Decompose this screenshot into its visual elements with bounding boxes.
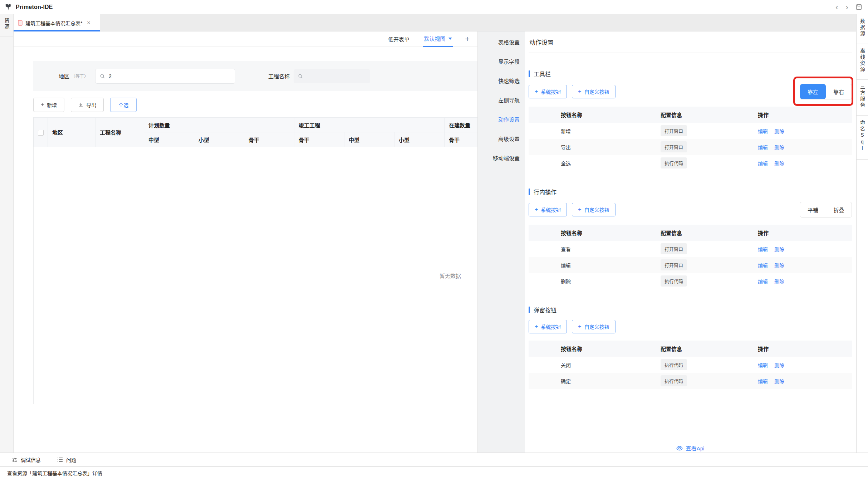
filter-region: 地区 〈等于〉	[59, 69, 235, 84]
accent-bar	[529, 70, 530, 77]
edit-link[interactable]: 编辑	[758, 362, 768, 368]
layout-toggle: 平铺 折叠	[800, 202, 852, 217]
edit-link[interactable]: 编辑	[758, 145, 768, 150]
col-project[interactable]: 工程名称	[95, 118, 144, 147]
region-input-field[interactable]	[109, 73, 231, 79]
tile-option[interactable]: 平铺	[800, 202, 826, 217]
th-ops: 操作	[758, 225, 852, 241]
subcol[interactable]: 中型	[144, 132, 194, 147]
th-drag	[529, 107, 561, 123]
view-api-link[interactable]: 查看Api	[529, 444, 852, 452]
subcol[interactable]: 骨干	[294, 132, 344, 147]
add-system-button[interactable]: + 系统按钮	[529, 85, 567, 98]
edit-link[interactable]: 编辑	[758, 378, 768, 384]
select-all-button[interactable]: 全选	[110, 98, 137, 112]
menu-item-action-settings[interactable]: 动作设置	[478, 109, 525, 129]
edit-link[interactable]: 编辑	[758, 246, 768, 252]
rail-item-offline-resource[interactable]: 离线资源	[857, 44, 868, 80]
fold-option[interactable]: 折叠	[826, 202, 852, 217]
add-row-button[interactable]: + 新增	[33, 98, 64, 112]
accent-bar	[529, 307, 530, 313]
problems-label: 问题	[66, 456, 76, 463]
data-grid-header: 地区 工程名称 计划数量 竣工工程 在建数量 中型 小型 骨干 骨干	[34, 117, 477, 147]
col-region[interactable]: 地区	[48, 118, 95, 147]
plus-icon: +	[535, 206, 538, 213]
menu-item-advanced[interactable]: 高级设置	[478, 129, 525, 148]
default-view-tab[interactable]: 默认视图	[423, 31, 453, 47]
tab-close-icon[interactable]: ✕	[87, 20, 90, 25]
title-bar: Primeton-IDE ‹ ›	[0, 0, 868, 14]
titlebar-actions: ‹ ›	[835, 4, 862, 11]
edit-link[interactable]: 编辑	[758, 161, 768, 166]
add-custom-button[interactable]: + 自定义按钮	[572, 85, 615, 98]
delete-link[interactable]: 删除	[774, 145, 784, 150]
menu-item-quick-filter[interactable]: 快速筛选	[478, 71, 525, 90]
section-toolbar-header: 工具栏	[529, 69, 852, 78]
table-row: 导出 打开窗口 编辑删除	[529, 139, 852, 155]
add-custom-button[interactable]: + 自定义按钮	[572, 320, 615, 333]
project-input-field[interactable]	[307, 73, 366, 79]
table-row: 新增 打开窗口 编辑删除	[529, 123, 852, 139]
delete-link[interactable]: 删除	[774, 161, 784, 166]
plus-icon: +	[578, 206, 581, 213]
menu-item-display-fields[interactable]: 显示字段	[478, 52, 525, 71]
eye-icon	[676, 446, 683, 451]
nav-back-icon[interactable]: ‹	[835, 4, 838, 11]
add-system-label: 系统按钮	[541, 88, 561, 95]
problems-button[interactable]: 问题	[57, 456, 76, 463]
add-view-button[interactable]: +	[464, 35, 471, 43]
select-all-checkbox[interactable]	[38, 130, 44, 136]
add-system-button[interactable]: + 系统按钮	[529, 320, 567, 333]
edit-link[interactable]: 编辑	[758, 263, 768, 268]
menu-item-mobile[interactable]: 移动端设置	[478, 148, 525, 167]
edit-link[interactable]: 编辑	[758, 279, 768, 284]
edit-link[interactable]: 编辑	[758, 128, 768, 134]
subcol[interactable]: 骨干	[244, 132, 294, 147]
subcol[interactable]: 小型	[394, 132, 445, 147]
menu-item-table-settings[interactable]: 表格设置	[478, 32, 525, 52]
export-button[interactable]: 导出	[71, 98, 104, 112]
center-column: 建筑工程基本情况汇总表* ✕ 低开表单 默认视图 + 地区	[14, 14, 856, 453]
delete-link[interactable]: 删除	[774, 246, 784, 252]
save-icon[interactable]	[855, 4, 862, 10]
align-right-option[interactable]: 靠右	[826, 84, 852, 99]
table-row: 确定 执行代码 编辑删除	[529, 373, 852, 389]
delete-link[interactable]: 删除	[774, 279, 784, 284]
section-dialog-actions: + 系统按钮 + 自定义按钮	[529, 320, 852, 333]
main-area: 资源 建筑工程基本情况汇总表* ✕ 低开表单 默	[0, 14, 868, 453]
rail-item-datasource[interactable]: 数据源	[857, 14, 868, 44]
add-system-button[interactable]: + 系统按钮	[529, 203, 567, 216]
rail-item-thirdparty-service[interactable]: 三方服务	[857, 80, 868, 116]
left-rail-resources[interactable]: 资源	[0, 14, 13, 36]
delete-link[interactable]: 删除	[774, 362, 784, 368]
button-name: 编辑	[561, 257, 661, 273]
config-badge: 打开窗口	[661, 243, 687, 254]
nav-forward-icon[interactable]: ›	[845, 4, 848, 11]
tab-active[interactable]: 建筑工程基本情况汇总表* ✕	[14, 14, 100, 31]
region-input[interactable]	[95, 69, 235, 84]
project-input[interactable]	[294, 69, 370, 83]
th-button-name: 按钮名称	[561, 341, 661, 357]
subcol[interactable]: 中型	[344, 132, 394, 147]
subcol[interactable]: 小型	[194, 132, 244, 147]
table-row: 编辑 打开窗口 编辑删除	[529, 257, 852, 273]
subcol[interactable]: 骨干	[445, 132, 477, 147]
project-label: 工程名称	[268, 72, 290, 80]
status-text: 查看资源「建筑工程基本情况汇总表」详情	[7, 469, 102, 476]
debug-info-button[interactable]: 调试信息	[12, 456, 41, 463]
view-api-label: 查看Api	[686, 444, 705, 452]
delete-link[interactable]: 删除	[774, 263, 784, 268]
low-code-form-tab[interactable]: 低开表单	[388, 35, 410, 43]
delete-link[interactable]: 删除	[774, 378, 784, 384]
action-settings-panel: 动作设置 工具栏 + 系统按钮 + 自定义按钮	[525, 31, 856, 453]
align-left-option[interactable]: 靠左	[800, 84, 826, 99]
rail-item-named-sql[interactable]: 命名Sql	[857, 116, 868, 160]
rail-item-datasource-label: 数据源	[859, 19, 866, 37]
group-inprogress: 在建数量	[445, 118, 477, 132]
menu-item-left-nav[interactable]: 左侧导航	[478, 90, 525, 109]
left-rail-resources-label: 资源	[3, 18, 10, 30]
delete-link[interactable]: 删除	[774, 128, 784, 134]
content-row: 低开表单 默认视图 + 地区 〈等于〉	[14, 31, 856, 453]
plus-icon: +	[578, 88, 581, 95]
add-custom-button[interactable]: + 自定义按钮	[572, 203, 615, 216]
